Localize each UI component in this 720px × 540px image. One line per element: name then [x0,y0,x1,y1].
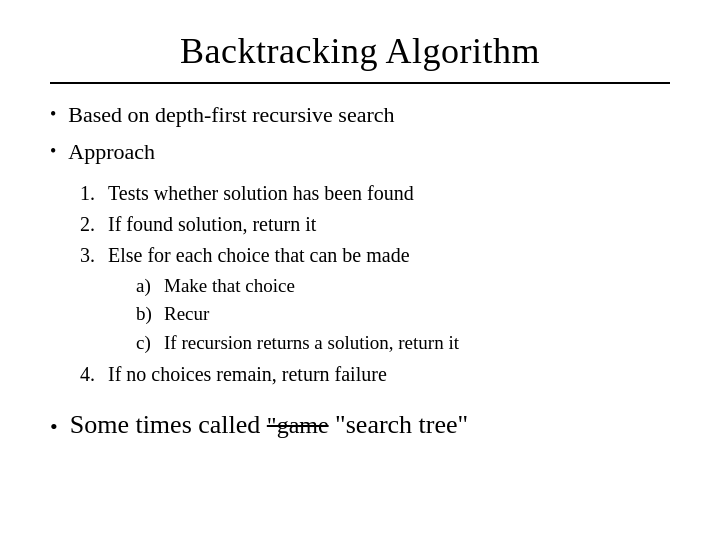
content-area: • Based on depth-first recursive search … [50,100,670,510]
numbered-item-3: 3. Else for each choice that can be made [80,240,670,270]
bullet-dot-2: • [50,139,56,164]
bottom-strikethrough: "game [267,412,329,438]
numbered-text-4: If no choices remain, return failure [108,359,387,389]
sub-item-c: c) If recursion returns a solution, retu… [136,329,670,358]
numbered-text-2: If found solution, return it [108,209,316,239]
bullet-item-1: • Based on depth-first recursive search [50,100,670,131]
bottom-bullet-dot: • [50,413,58,442]
sub-text-c: If recursion returns a solution, return … [164,329,459,358]
numbered-item-1: 1. Tests whether solution has been found [80,178,670,208]
numbered-item-4: 4. If no choices remain, return failure [80,359,670,389]
sub-text-b: Recur [164,300,209,329]
num-3: 3. [80,240,108,270]
sub-letter-a: a) [136,272,164,301]
title-divider [50,82,670,84]
sub-text-a: Make that choice [164,272,295,301]
numbered-list: 1. Tests whether solution has been found… [80,178,670,391]
bullet-dot-1: • [50,102,56,127]
sub-letter-c: c) [136,329,164,358]
bottom-bullet-text: Some times called "game "search tree" [70,408,469,442]
bottom-bullet: • Some times called "game "search tree" [50,408,670,442]
numbered-item-2: 2. If found solution, return it [80,209,670,239]
num-2: 2. [80,209,108,239]
numbered-text-3: Else for each choice that can be made [108,240,410,270]
bullet-item-2: • Approach [50,137,670,168]
sub-item-b: b) Recur [136,300,670,329]
numbered-text-1: Tests whether solution has been found [108,178,414,208]
sub-item-a: a) Make that choice [136,272,670,301]
num-4: 4. [80,359,108,389]
sub-letter-b: b) [136,300,164,329]
sub-list: a) Make that choice b) Recur c) If recur… [136,272,670,358]
bullet-text-2: Approach [68,137,155,168]
num-1: 1. [80,178,108,208]
slide-title: Backtracking Algorithm [50,30,670,72]
slide: Backtracking Algorithm • Based on depth-… [0,0,720,540]
bottom-prefix: Some times called [70,410,267,439]
bullet-text-1: Based on depth-first recursive search [68,100,394,131]
bottom-suffix: "search tree" [329,410,469,439]
